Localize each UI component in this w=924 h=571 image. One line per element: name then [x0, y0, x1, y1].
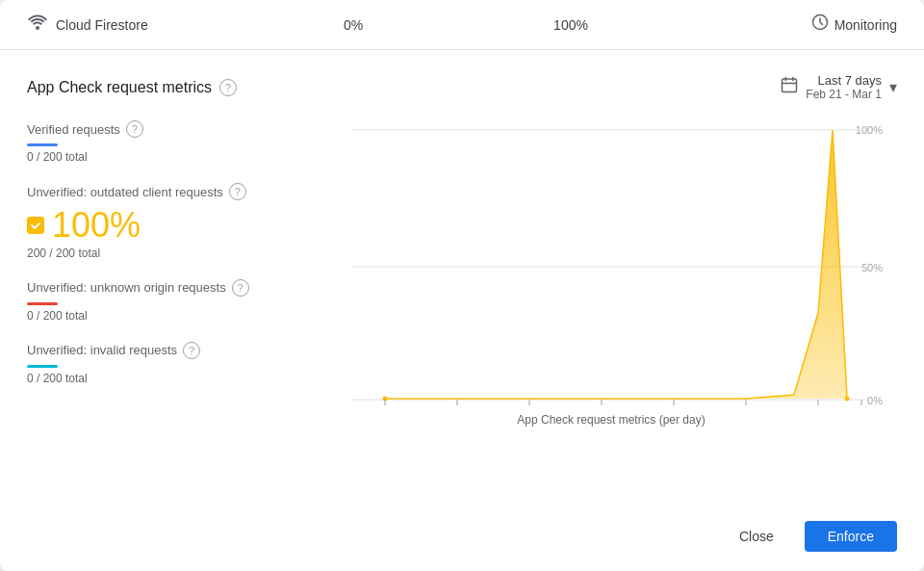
monitoring-section: Monitoring: [680, 13, 897, 36]
section-title-row: App Check request metrics ?: [27, 79, 237, 96]
svg-rect-2: [783, 79, 797, 92]
left-panel: Verified requests ? 0 / 200 total Unveri…: [27, 120, 325, 506]
percent-0: 0%: [244, 17, 462, 33]
cloud-firestore-icon: [27, 13, 48, 36]
main-content: App Check request metrics ? Last 7 days …: [0, 50, 924, 506]
metric-invalid-line: [27, 365, 58, 368]
metric-unknown-label: Unverified: unknown origin requests ?: [27, 279, 325, 297]
enforce-button[interactable]: Enforce: [805, 521, 897, 552]
chevron-down-icon: ▾: [889, 78, 897, 96]
metric-outdated-help-icon[interactable]: ?: [229, 183, 246, 200]
metric-verified-line: [27, 143, 58, 146]
service-info: Cloud Firestore: [27, 13, 244, 36]
metric-verified-total: 0 / 200 total: [27, 150, 325, 164]
metric-invalid-total: 0 / 200 total: [27, 372, 325, 385]
chart-svg: 100% 50% 0%: [325, 120, 897, 409]
metric-invalid: Unverified: invalid requests ? 0 / 200 t…: [27, 342, 325, 385]
monitoring-clock-icon: [811, 13, 829, 36]
metric-invalid-help-icon[interactable]: ?: [183, 342, 200, 359]
metric-outdated-value: 100%: [52, 206, 141, 245]
chart-x-axis-label: App Check request metrics (per day): [325, 413, 897, 427]
svg-text:50%: 50%: [861, 262, 883, 273]
metric-outdated-checkbox: [27, 217, 44, 234]
metric-invalid-label: Unverified: invalid requests ?: [27, 342, 325, 359]
metric-verified-help-icon[interactable]: ?: [126, 120, 143, 138]
metric-outdated: Unverified: outdated client requests ? 1…: [27, 183, 325, 260]
metric-unknown-help-icon[interactable]: ?: [232, 279, 249, 297]
metric-verified: Verified requests ? 0 / 200 total: [27, 120, 325, 164]
top-bar: Cloud Firestore 0% 100% Monitoring: [0, 0, 924, 50]
metric-outdated-row: 100%: [27, 206, 325, 245]
date-range-text: Last 7 days Feb 21 - Mar 1: [806, 73, 882, 101]
date-range-picker[interactable]: Last 7 days Feb 21 - Mar 1 ▾: [781, 73, 897, 101]
chart-area: 100% 50% 0%: [325, 120, 897, 506]
svg-text:0%: 0%: [867, 395, 883, 406]
percent-100: 100%: [462, 17, 680, 33]
section-header: App Check request metrics ? Last 7 days …: [27, 73, 897, 101]
dialog: Cloud Firestore 0% 100% Monitoring App C…: [0, 0, 924, 571]
metric-unknown-total: 0 / 200 total: [27, 309, 325, 323]
date-range-sub: Feb 21 - Mar 1: [806, 88, 882, 101]
chart-svg-wrapper: 100% 50% 0%: [325, 120, 897, 409]
section-help-icon[interactable]: ?: [219, 79, 237, 96]
body-layout: Verified requests ? 0 / 200 total Unveri…: [27, 120, 897, 506]
calendar-icon: [781, 76, 798, 98]
metric-unknown: Unverified: unknown origin requests ? 0 …: [27, 279, 325, 323]
metric-outdated-label: Unverified: outdated client requests ?: [27, 183, 325, 200]
metric-outdated-total: 200 / 200 total: [27, 247, 325, 260]
monitoring-label: Monitoring: [834, 17, 897, 33]
close-button[interactable]: Close: [720, 521, 793, 552]
service-name: Cloud Firestore: [56, 17, 148, 33]
svg-point-10: [845, 397, 850, 402]
svg-point-0: [36, 26, 39, 30]
section-title-text: App Check request metrics: [27, 79, 212, 96]
metric-verified-label: Verified requests ?: [27, 120, 325, 138]
footer: Close Enforce: [0, 506, 924, 571]
metric-unknown-line: [27, 302, 58, 305]
date-range-label: Last 7 days: [818, 73, 883, 88]
